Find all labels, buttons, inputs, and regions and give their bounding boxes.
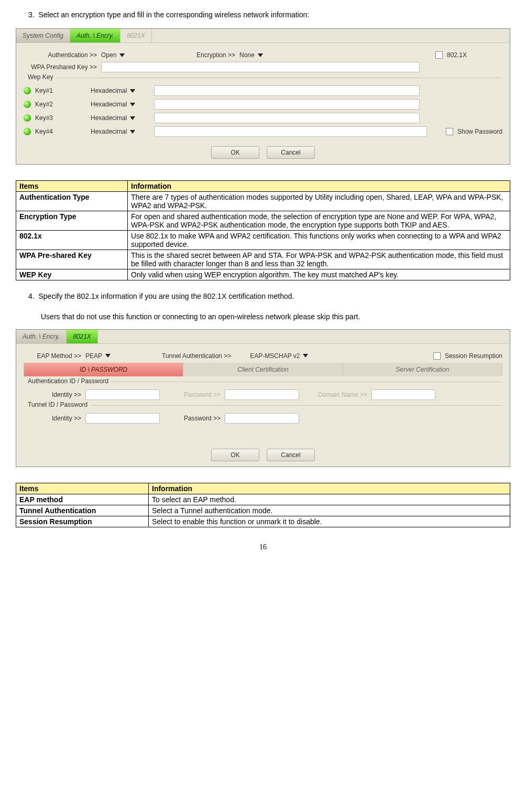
key3-label: Key#3 <box>35 114 61 122</box>
ok-button-2[interactable]: OK <box>211 449 259 461</box>
encryption-value: None <box>239 51 255 59</box>
panel2-tabbar: Auth. \ Encry. 8021X <box>16 330 510 344</box>
key2-radio[interactable] <box>24 101 31 108</box>
auth-id-group: Authentication ID / Password Identity >>… <box>24 382 502 400</box>
table1-header-items: Items <box>16 181 128 192</box>
tab-8021x[interactable]: 8021X <box>67 330 98 343</box>
8021x-checkbox-label: 802.1X <box>447 51 467 59</box>
identity2-label: Identity >> <box>24 415 81 422</box>
chevron-down-icon <box>130 89 135 93</box>
chevron-down-icon <box>303 354 308 358</box>
psk-input[interactable] <box>101 62 420 72</box>
page-number: 16 <box>16 543 510 551</box>
tunnel-id-group: Tunnel ID / Password Identity >> Passwor… <box>24 405 502 442</box>
table-row: WPA Pre-shared Key This is the shared se… <box>16 250 510 269</box>
table2-header-items: Items <box>16 483 149 494</box>
step-3-text: Select an encryption type and fill in th… <box>38 10 309 19</box>
step-4: 4. Specify the 802.1x information if you… <box>16 292 510 300</box>
wep-key-group: Wep Key Key#1 Hexadecimal Key#2 Hexadeci… <box>24 78 502 137</box>
eap-method-dropdown[interactable]: PEAP <box>85 352 138 360</box>
enc-label: Encryption >> <box>183 51 235 59</box>
key2-type-dropdown[interactable]: Hexadecimal <box>91 101 135 108</box>
auth-encry-panel: System Config Auth. \ Encry. 8021X Authe… <box>16 28 510 165</box>
table-row: Encryption Type For open and shared auth… <box>16 211 510 231</box>
authentication-value: Open <box>101 51 116 59</box>
chevron-down-icon <box>130 103 135 106</box>
step-3: 3. Select an encryption type and fill in… <box>16 10 510 19</box>
subtab-server-cert[interactable]: Server Certification <box>343 363 502 376</box>
subtab-client-cert[interactable]: Client Certification <box>183 363 343 376</box>
key1-type-dropdown[interactable]: Hexadecimal <box>91 87 135 94</box>
table2-header-info: Information <box>149 483 510 494</box>
chevron-down-icon <box>119 53 125 57</box>
chevron-down-icon <box>258 53 263 57</box>
auth-id-legend: Authentication ID / Password <box>25 377 112 385</box>
tab-8021x-disabled: 8021X <box>120 29 152 42</box>
tab-system-config[interactable]: System Config <box>16 29 70 42</box>
key4-radio[interactable] <box>24 128 31 135</box>
key2-input[interactable] <box>154 99 420 110</box>
8021x-info-table: Items Information EAP method To select a… <box>16 483 510 527</box>
auth-encry-info-table: Items Information Authentication Type Th… <box>16 180 510 280</box>
key4-input[interactable] <box>154 126 427 137</box>
table-row: WEP Key Only valid when using WEP encryp… <box>16 269 510 280</box>
tunnel-id-legend: Tunnel ID / Password <box>25 401 91 408</box>
tunnel-label: Tunnel Authentication >> <box>162 352 231 360</box>
key4-label: Key#4 <box>35 128 61 135</box>
table-row: EAP method To select an EAP method. <box>16 494 510 505</box>
step-3-num: 3. <box>28 10 35 19</box>
tab-auth-encry-2[interactable]: Auth. \ Encry. <box>16 330 67 343</box>
key3-type-dropdown[interactable]: Hexadecimal <box>91 114 135 122</box>
key3-input[interactable] <box>154 113 420 123</box>
cancel-button-2[interactable]: Cancel <box>267 449 315 461</box>
auth-label: Authentication >> <box>24 51 97 59</box>
domain-label: Domain Name >> <box>318 391 367 398</box>
cancel-button[interactable]: Cancel <box>267 146 315 159</box>
password1-label: Password >> <box>184 391 221 398</box>
panel1-tabbar: System Config Auth. \ Encry. 8021X <box>16 29 510 43</box>
password2-input[interactable] <box>225 413 299 424</box>
password1-input[interactable] <box>225 389 299 400</box>
key2-label: Key#2 <box>35 101 61 108</box>
identity1-label: Identity >> <box>24 391 81 398</box>
step-4-text: Specify the 802.1x information if you ar… <box>38 292 294 300</box>
key3-radio[interactable] <box>24 114 31 122</box>
encryption-dropdown[interactable]: None <box>239 51 281 59</box>
ok-button[interactable]: OK <box>211 146 259 159</box>
show-password-checkbox[interactable] <box>446 128 453 135</box>
table-row: Tunnel Authentication Select a Tunnel au… <box>16 505 510 516</box>
psk-label: WPA Preshared Key >> <box>24 63 97 71</box>
key4-type-dropdown[interactable]: Hexadecimal <box>91 128 135 135</box>
authentication-dropdown[interactable]: Open <box>101 51 143 59</box>
step-4-sub: Users that do not use this function or c… <box>16 310 510 324</box>
session-resumption-checkbox[interactable] <box>433 352 441 360</box>
session-resumption-label: Session Resumption <box>445 352 502 360</box>
key1-label: Key#1 <box>35 87 61 94</box>
chevron-down-icon <box>130 116 135 120</box>
table-row: Authentication Type There are 7 types of… <box>16 192 510 211</box>
8021x-checkbox[interactable] <box>435 51 443 59</box>
wep-legend: Wep Key <box>25 73 56 81</box>
subtab-id-password[interactable]: ID \ PASSWORD <box>24 363 183 376</box>
domain-input[interactable] <box>371 389 435 400</box>
eap-label: EAP Method >> <box>24 352 81 360</box>
8021x-panel: Auth. \ Encry. 8021X EAP Method >> PEAP … <box>16 329 510 467</box>
step-4-num: 4. <box>28 292 35 300</box>
identity1-input[interactable] <box>85 389 160 400</box>
tab-auth-encry[interactable]: Auth. \ Encry. <box>70 29 120 42</box>
key1-radio[interactable] <box>24 87 31 94</box>
table-row: 802.1x Use 802.1x to make WPA and WPA2 c… <box>16 231 510 250</box>
identity2-input[interactable] <box>85 413 160 424</box>
chevron-down-icon <box>105 354 111 358</box>
chevron-down-icon <box>130 130 135 134</box>
key1-input[interactable] <box>154 85 420 96</box>
table1-header-info: Information <box>128 181 510 192</box>
show-password-label: Show Password <box>457 128 502 135</box>
table-row: Session Resumption Select to enable this… <box>16 516 510 527</box>
password2-label: Password >> <box>184 415 221 422</box>
tunnel-auth-dropdown[interactable]: EAP-MSCHAP v2 <box>250 352 318 360</box>
